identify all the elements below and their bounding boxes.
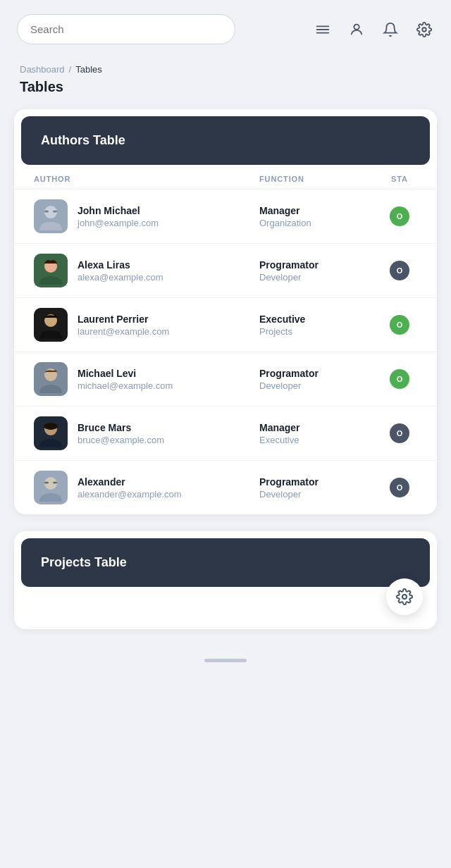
- function-sub: Executive: [259, 435, 382, 445]
- table-row[interactable]: John Michael john@example.com Manager Or…: [14, 189, 437, 243]
- status-badge: O: [390, 261, 409, 280]
- table-row[interactable]: Laurent Perrier laurent@example.com Exec…: [14, 297, 437, 352]
- table-row[interactable]: Alexander alexander@example.com Programa…: [14, 460, 437, 514]
- author-email: laurent@example.com: [78, 326, 169, 337]
- function-sub: Projects: [259, 326, 382, 337]
- svg-point-7: [44, 211, 49, 213]
- author-name: John Michael: [78, 205, 159, 216]
- page-title: Tables: [20, 78, 431, 106]
- function-sub: Developer: [259, 380, 382, 391]
- status-cell: O: [382, 478, 417, 497]
- col-function-header: FUNCTION: [259, 175, 382, 183]
- status-cell: O: [382, 423, 417, 443]
- user-icon[interactable]: [347, 20, 366, 39]
- status-cell: O: [382, 315, 417, 335]
- avatar: [34, 416, 68, 450]
- header: [0, 0, 451, 58]
- author-email: alexander@example.com: [78, 489, 182, 500]
- breadcrumb-current: Tables: [75, 64, 102, 75]
- function-cell: Programator Developer: [259, 259, 382, 283]
- svg-point-8: [53, 211, 57, 213]
- breadcrumb: Dashboard / Tables: [20, 64, 431, 75]
- avatar: [34, 199, 68, 233]
- author-info: Bruce Mars bruce@example.com: [78, 422, 164, 445]
- status-badge: O: [390, 369, 409, 389]
- avatar: [34, 308, 68, 342]
- breadcrumb-section: Dashboard / Tables Tables: [0, 58, 451, 109]
- function-sub: Developer: [259, 489, 382, 500]
- menu-icon[interactable]: [313, 20, 333, 39]
- function-title: Programator: [259, 368, 382, 379]
- author-cell: Michael Levi michael@example.com: [34, 362, 259, 396]
- bottom-bar: [0, 646, 451, 675]
- svg-point-4: [422, 27, 426, 32]
- authors-table-title: Authors Table: [41, 133, 410, 148]
- function-cell: Programator Developer: [259, 368, 382, 391]
- status-cell: O: [382, 206, 417, 226]
- status-cell: O: [382, 261, 417, 280]
- avatar: [34, 471, 68, 504]
- function-title: Manager: [259, 422, 382, 433]
- author-info: John Michael john@example.com: [78, 205, 159, 228]
- function-title: Programator: [259, 259, 382, 271]
- breadcrumb-parent[interactable]: Dashboard: [20, 64, 65, 75]
- author-name: Alexander: [78, 476, 182, 488]
- avatar: [34, 254, 68, 287]
- function-title: Programator: [259, 476, 382, 488]
- function-title: Executive: [259, 314, 382, 325]
- authors-table-header: Authors Table: [21, 116, 430, 165]
- function-cell: Programator Developer: [259, 476, 382, 500]
- svg-point-24: [402, 595, 407, 599]
- breadcrumb-separator: /: [69, 64, 72, 75]
- projects-table-card: Projects Table: [14, 531, 437, 629]
- col-author-header: AUTHOR: [34, 175, 259, 183]
- author-name: Alexa Liras: [78, 259, 163, 271]
- search-input[interactable]: [17, 14, 235, 44]
- settings-icon[interactable]: [414, 20, 434, 39]
- projects-table-header: Projects Table: [21, 538, 430, 587]
- status-badge: O: [390, 478, 409, 497]
- column-headers: AUTHOR FUNCTION STA: [14, 165, 437, 189]
- function-cell: Executive Projects: [259, 314, 382, 337]
- search-box: [17, 14, 235, 44]
- svg-point-3: [354, 24, 359, 29]
- function-sub: Organization: [259, 218, 382, 228]
- table-row[interactable]: Bruce Mars bruce@example.com Manager Exe…: [14, 406, 437, 460]
- bell-icon[interactable]: [381, 20, 400, 39]
- status-cell: O: [382, 369, 417, 389]
- function-title: Manager: [259, 205, 382, 216]
- author-email: alexa@example.com: [78, 272, 163, 283]
- fab-gear-button[interactable]: [386, 578, 423, 615]
- author-cell: Alexa Liras alexa@example.com: [34, 254, 259, 287]
- projects-table-title: Projects Table: [41, 555, 410, 570]
- status-badge: O: [390, 423, 409, 443]
- function-sub: Developer: [259, 272, 382, 283]
- author-info: Alexander alexander@example.com: [78, 476, 182, 500]
- author-name: Michael Levi: [78, 368, 173, 379]
- function-cell: Manager Organization: [259, 205, 382, 228]
- author-cell: Laurent Perrier laurent@example.com: [34, 308, 259, 342]
- author-email: john@example.com: [78, 218, 159, 228]
- table-row[interactable]: Michael Levi michael@example.com Program…: [14, 352, 437, 406]
- svg-point-17: [44, 423, 58, 430]
- function-cell: Manager Executive: [259, 422, 382, 445]
- author-info: Alexa Liras alexa@example.com: [78, 259, 163, 283]
- header-icons: [313, 20, 434, 39]
- author-email: bruce@example.com: [78, 435, 164, 445]
- status-badge: O: [390, 315, 409, 335]
- author-name: Laurent Perrier: [78, 314, 169, 325]
- author-info: Michael Levi michael@example.com: [78, 368, 173, 391]
- bottom-handle: [204, 659, 247, 662]
- col-status-header: STA: [382, 175, 417, 183]
- author-name: Bruce Mars: [78, 422, 164, 433]
- status-badge: O: [390, 206, 409, 226]
- author-cell: Bruce Mars bruce@example.com: [34, 416, 259, 450]
- avatar: [34, 362, 68, 396]
- authors-table-card: Authors Table AUTHOR FUNCTION STA John M…: [14, 109, 437, 514]
- author-info: Laurent Perrier laurent@example.com: [78, 314, 169, 337]
- author-email: michael@example.com: [78, 380, 173, 391]
- table-row[interactable]: Alexa Liras alexa@example.com Programato…: [14, 243, 437, 297]
- author-cell: Alexander alexander@example.com: [34, 471, 259, 504]
- author-cell: John Michael john@example.com: [34, 199, 259, 233]
